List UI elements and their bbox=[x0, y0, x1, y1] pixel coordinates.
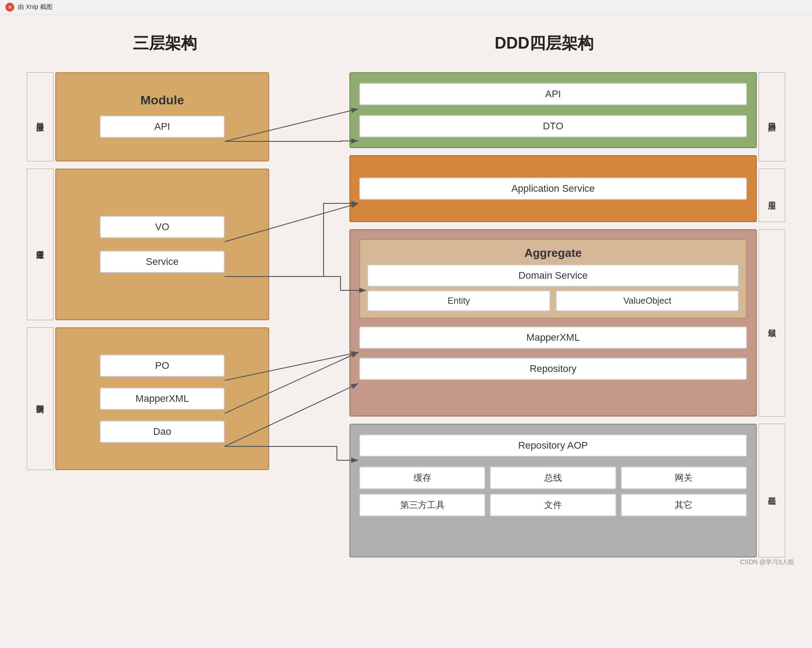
title-right: DDD四层架构 bbox=[495, 34, 594, 52]
po-box: PO bbox=[100, 355, 225, 377]
thirdparty-cell: 第三方工具 bbox=[359, 494, 485, 516]
application-service-box: Application Service bbox=[359, 177, 747, 200]
file-cell: 文件 bbox=[490, 494, 616, 516]
footer-credit: CSDN @学习3人组 bbox=[740, 558, 794, 566]
bus-cell: 总线 bbox=[490, 466, 616, 489]
label-infrastructure: 基础层 bbox=[759, 424, 785, 557]
other-cell: 其它 bbox=[621, 494, 747, 516]
entity-box: Entity bbox=[367, 290, 550, 311]
header-bar: ✕ 由 Xnip 截图 bbox=[0, 0, 812, 15]
aggregate-box: Aggregate Domain Service Entity ValueObj… bbox=[359, 239, 747, 318]
mapperxml-box-right: MapperXML bbox=[359, 326, 747, 349]
aggregate-title: Aggregate bbox=[367, 246, 739, 260]
vo-box: VO bbox=[100, 216, 225, 238]
header-label: 由 Xnip 截图 bbox=[18, 3, 53, 11]
label-domain: 领域层 bbox=[759, 229, 785, 417]
valueobject-box: ValueObject bbox=[556, 290, 739, 311]
label-business-interface: 业务接口层 bbox=[27, 72, 53, 161]
mapperxml-box-left: MapperXML bbox=[100, 388, 225, 410]
label-data-access: 数据访问层 bbox=[27, 327, 53, 470]
application-box: Application Service bbox=[349, 155, 757, 222]
label-business-logic: 业务逻辑层 bbox=[27, 169, 53, 320]
repository-aop-box: Repository AOP bbox=[359, 434, 747, 457]
domain-box: Aggregate Domain Service Entity ValueObj… bbox=[349, 229, 757, 417]
api-box-right: API bbox=[359, 83, 747, 105]
gateway-cell: 网关 bbox=[621, 466, 747, 489]
domain-service-box: Domain Service bbox=[367, 264, 739, 287]
label-user-interface: 用户接口层 bbox=[759, 72, 785, 161]
repository-box: Repository bbox=[359, 358, 747, 380]
api-box-left: API bbox=[100, 116, 225, 138]
user-interface-box: API DTO bbox=[349, 72, 757, 148]
cache-cell: 缓存 bbox=[359, 466, 485, 489]
title-left: 三层架构 bbox=[133, 34, 197, 52]
infrastructure-box: Repository AOP 缓存 总线 网关 第三方工具 bbox=[349, 424, 757, 557]
service-box: Service bbox=[100, 251, 225, 273]
data-box: PO MapperXML Dao bbox=[55, 327, 269, 470]
dao-box: Dao bbox=[100, 421, 225, 443]
module-title: Module bbox=[140, 93, 184, 107]
label-application: 应用层 bbox=[759, 169, 785, 222]
dto-box: DTO bbox=[359, 115, 747, 137]
xnip-icon: ✕ bbox=[5, 3, 14, 12]
module-box: Module API bbox=[55, 72, 269, 161]
logic-box: VO Service bbox=[55, 169, 269, 320]
